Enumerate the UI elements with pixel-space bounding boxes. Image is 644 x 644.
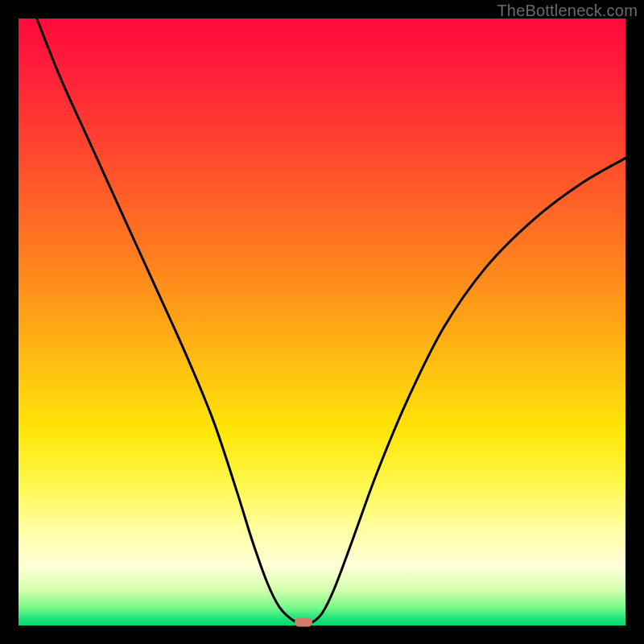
plot-area <box>19 19 625 625</box>
watermark-text: TheBottleneck.com <box>497 2 638 20</box>
bottleneck-curve <box>19 19 625 625</box>
optimal-marker <box>295 618 312 627</box>
chart-frame: TheBottleneck.com <box>0 0 644 644</box>
